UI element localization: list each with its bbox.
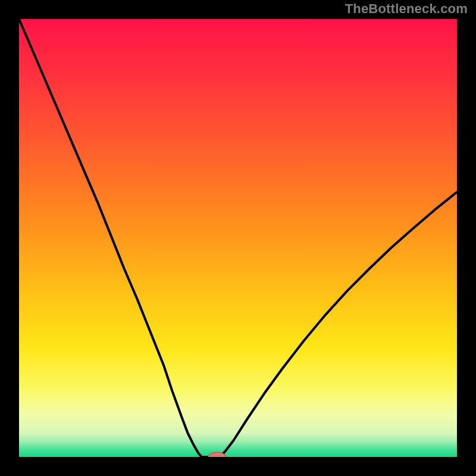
plot-area — [19, 19, 457, 457]
watermark-text: TheBottleneck.com — [345, 1, 468, 17]
chart-svg — [19, 19, 457, 457]
gradient-background — [19, 19, 457, 457]
chart-frame: TheBottleneck.com — [0, 0, 476, 476]
